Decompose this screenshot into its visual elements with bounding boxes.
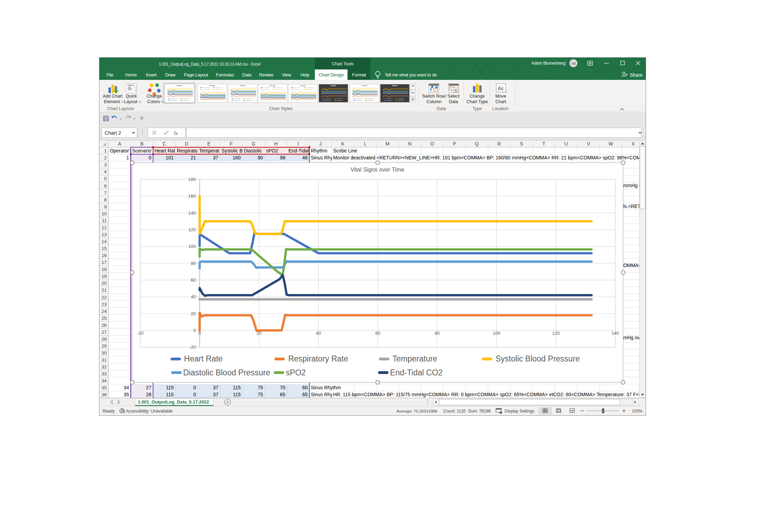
svg-text:36: 36 xyxy=(101,392,107,397)
svg-text:Share: Share xyxy=(630,72,643,78)
svg-text:Monitor deactivated.<RETURN><N: Monitor deactivated.<RETURN><NEW_LINE>HR… xyxy=(333,155,663,160)
svg-text:0: 0 xyxy=(193,385,196,390)
svg-text:T: T xyxy=(542,141,546,147)
svg-text:fx: fx xyxy=(174,130,178,136)
svg-text:Count: 1120: Count: 1120 xyxy=(443,409,466,414)
svg-text:Home: Home xyxy=(125,72,137,77)
svg-text:N: N xyxy=(408,141,411,147)
svg-text:D: D xyxy=(185,141,188,147)
svg-text:100: 100 xyxy=(493,331,500,336)
svg-text:0: 0 xyxy=(149,155,152,160)
svg-text:V: V xyxy=(587,141,590,147)
svg-text:32: 32 xyxy=(101,364,107,369)
svg-text:U: U xyxy=(564,141,568,147)
svg-text:0: 0 xyxy=(193,392,196,397)
svg-text:34: 34 xyxy=(124,385,129,390)
svg-text:40: 40 xyxy=(191,294,196,299)
svg-text:35: 35 xyxy=(101,385,107,390)
svg-text:90: 90 xyxy=(258,155,263,160)
svg-text:mHg ov: mHg ov xyxy=(623,335,640,340)
svg-text:37: 37 xyxy=(213,392,219,397)
svg-text:Help: Help xyxy=(300,72,309,77)
svg-text:Element: Element xyxy=(104,99,120,104)
svg-text:-20: -20 xyxy=(189,344,196,350)
svg-text:180: 180 xyxy=(188,177,196,182)
svg-text:48: 48 xyxy=(302,155,308,160)
svg-text:G: G xyxy=(252,141,255,147)
svg-text:4: 4 xyxy=(104,169,107,174)
svg-text:Sinus Rhy: Sinus Rhy xyxy=(311,392,333,397)
svg-text:Select: Select xyxy=(447,94,460,99)
svg-text:HR: 115 bpm<COMMA> BP: 115/75: HR: 115 bpm<COMMA> BP: 115/75 mmHg<COMMA… xyxy=(333,392,660,397)
svg-text:23: 23 xyxy=(101,302,107,307)
svg-text:24: 24 xyxy=(101,309,107,314)
svg-text:Heart Rat: Heart Rat xyxy=(155,148,175,153)
svg-text:Chart Design: Chart Design xyxy=(319,72,344,77)
svg-text:Adam Blumenberg: Adam Blumenberg xyxy=(531,61,565,66)
svg-text:Chart Type: Chart Type xyxy=(466,99,488,104)
svg-text:Chart 2: Chart 2 xyxy=(105,130,121,136)
svg-text:Chart: Chart xyxy=(496,99,506,104)
svg-text:Vital Signs over Time: Vital Signs over Time xyxy=(351,166,405,173)
svg-text:Heart Rate: Heart Rate xyxy=(184,354,223,363)
svg-text:3: 3 xyxy=(104,162,107,167)
svg-text:End-Tidal: End-Tidal xyxy=(288,148,309,153)
svg-text:0: 0 xyxy=(193,328,196,333)
svg-text:18: 18 xyxy=(101,267,107,272)
svg-text:K: K xyxy=(341,141,345,147)
svg-text:F: F xyxy=(230,141,233,147)
svg-text:140: 140 xyxy=(612,331,619,336)
svg-text:1.001_OutputLog_Data_5.17.2022: 1.001_OutputLog_Data_5.17.2022 xyxy=(138,399,209,405)
svg-text:X: X xyxy=(631,141,635,147)
svg-text:100: 100 xyxy=(188,244,196,249)
svg-text:File: File xyxy=(106,72,113,77)
svg-text:60: 60 xyxy=(375,331,380,336)
svg-text:Change: Change xyxy=(147,94,162,99)
svg-text:Add Chart: Add Chart xyxy=(103,94,123,99)
svg-text:Format: Format xyxy=(352,72,366,77)
svg-text:115: 115 xyxy=(166,392,174,397)
svg-text:20: 20 xyxy=(101,281,107,286)
svg-text:60: 60 xyxy=(191,277,196,283)
svg-text:Move: Move xyxy=(496,94,506,99)
svg-text:35: 35 xyxy=(124,392,129,397)
svg-text:21: 21 xyxy=(191,155,196,160)
svg-text:Temperature: Temperature xyxy=(392,354,437,363)
svg-text:1.001_OutputLog_Data_5.17.2022: 1.001_OutputLog_Data_5.17.2022 10.33.13 … xyxy=(159,62,261,67)
svg-text:Type: Type xyxy=(472,106,482,111)
svg-text:100%: 100% xyxy=(632,409,643,414)
svg-text:5: 5 xyxy=(104,176,107,181)
svg-text:Scenario': Scenario' xyxy=(132,148,152,153)
svg-text:6: 6 xyxy=(104,183,107,189)
svg-text:Location: Location xyxy=(492,106,508,111)
svg-text:21: 21 xyxy=(101,288,107,293)
svg-text:OMMA>: OMMA> xyxy=(623,263,641,268)
svg-text:L: L xyxy=(364,141,367,147)
svg-text:End-Tidal CO2: End-Tidal CO2 xyxy=(390,368,442,377)
svg-text:Colors: Colors xyxy=(147,99,160,104)
svg-text:Chart Tools: Chart Tools xyxy=(332,61,353,66)
svg-text:Data: Data xyxy=(437,106,446,111)
svg-text:Rhythm: Rhythm xyxy=(311,148,327,153)
svg-text:Scribe Line: Scribe Line xyxy=(333,148,358,153)
svg-text:View: View xyxy=(282,72,292,77)
svg-text:98: 98 xyxy=(280,155,286,160)
svg-text:AB: AB xyxy=(571,61,576,65)
svg-text:C: C xyxy=(163,141,166,147)
svg-text:13: 13 xyxy=(101,232,107,237)
svg-text:Respiratory Rate: Respiratory Rate xyxy=(288,354,348,363)
svg-text:80: 80 xyxy=(435,331,440,336)
svg-text:M: M xyxy=(385,141,390,147)
svg-text:11: 11 xyxy=(102,218,107,223)
svg-text:115: 115 xyxy=(233,392,240,397)
svg-text:sPO2: sPO2 xyxy=(286,368,306,377)
svg-text:Ready: Ready xyxy=(103,409,115,414)
svg-text:Sinus Rhy: Sinus Rhy xyxy=(311,155,333,160)
svg-text:Operator':: Operator': xyxy=(110,148,131,153)
svg-text:27: 27 xyxy=(146,385,152,390)
svg-text:P: P xyxy=(453,141,456,147)
svg-text:Accessibility: Unavailable: Accessibility: Unavailable xyxy=(126,409,173,414)
svg-text:Diastolic Blood Pressure: Diastolic Blood Pressure xyxy=(183,368,270,377)
svg-text:26: 26 xyxy=(101,323,107,328)
svg-text:I: I xyxy=(297,141,299,147)
